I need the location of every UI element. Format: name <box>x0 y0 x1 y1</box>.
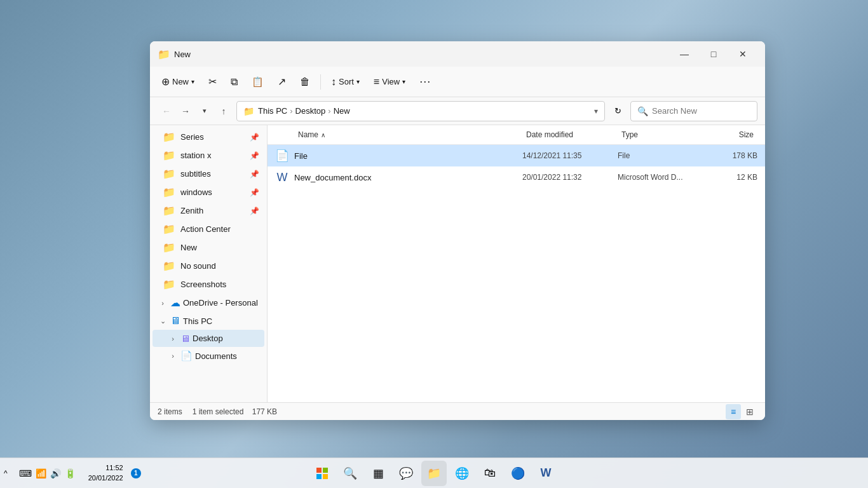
taskbar-chrome-button[interactable]: 🔵 <box>505 461 531 486</box>
back-button[interactable]: ← <box>158 102 175 120</box>
toolbar-separator-1 <box>320 74 321 90</box>
cut-icon: ✂ <box>208 76 217 88</box>
search-box[interactable]: 🔍 <box>630 101 757 121</box>
taskbar: 🔍 ▦ 💬 📁 🌐 🛍 🔵 W <box>0 458 868 488</box>
column-date[interactable]: Date modified <box>522 128 618 142</box>
svg-rect-3 <box>323 474 328 479</box>
sidebar-label-no-sound: No sound <box>180 261 216 271</box>
view-dropdown-icon: ▾ <box>402 78 405 85</box>
view-button[interactable]: ≡ View ▾ <box>367 72 412 92</box>
taskbar-right: ^ ⌨ 📶 🔊 🔋 11:52 20/01/2022 1 <box>0 461 141 485</box>
close-button[interactable]: ✕ <box>728 44 757 64</box>
more-button[interactable]: ··· <box>413 71 437 92</box>
column-size[interactable]: Size <box>707 128 757 142</box>
grid-view-toggle[interactable]: ⊞ <box>742 404 757 419</box>
delete-icon: 🗑 <box>300 76 310 88</box>
sidebar-item-series[interactable]: 📁 Series 📌 <box>153 128 264 146</box>
notification-button[interactable]: 1 <box>131 468 141 478</box>
word-icon: W <box>541 466 552 480</box>
file-size-2: 12 KB <box>707 173 757 182</box>
column-type[interactable]: Type <box>618 128 707 142</box>
sidebar-item-screenshots[interactable]: 📁 Screenshots <box>153 275 264 294</box>
search-input[interactable] <box>652 106 750 116</box>
sidebar-item-onedrive[interactable]: › ☁ OneDrive - Personal <box>153 294 264 312</box>
forward-button[interactable]: → <box>177 102 194 120</box>
tray-expand-button[interactable]: ^ <box>0 466 11 480</box>
sidebar-item-stationx[interactable]: 📁 station x 📌 <box>153 146 264 165</box>
taskbar-chat-button[interactable]: 💬 <box>393 461 419 486</box>
chevron-right-icon: › <box>158 299 168 307</box>
store-icon: 🛍 <box>484 466 496 480</box>
sidebar-item-documents[interactable]: › 📄 Documents <box>153 347 264 365</box>
sidebar-label-windows: windows <box>180 187 212 197</box>
sidebar-item-windows[interactable]: 📁 windows 📌 <box>153 183 264 201</box>
file-row-1[interactable]: 📄 File 14/12/2021 11:35 File 178 KB <box>268 145 765 166</box>
list-view-toggle[interactable]: ≡ <box>726 404 741 419</box>
pin-icon: 📌 <box>250 207 259 215</box>
paste-button[interactable]: 📋 <box>245 72 270 92</box>
taskbar-edge-button[interactable]: 🌐 <box>449 461 475 486</box>
path-parts: This PC › Desktop › New <box>258 106 350 116</box>
pin-icon: 📌 <box>250 188 259 197</box>
explorer-icon: 📁 <box>427 466 441 480</box>
pin-icon: 📌 <box>250 170 259 179</box>
new-button[interactable]: ⊕ New ▾ <box>155 72 201 92</box>
search-icon: 🔍 <box>343 466 357 480</box>
taskbar-store-button[interactable]: 🛍 <box>477 461 503 486</box>
file-explorer-window: 📁 New — □ ✕ ⊕ New ▾ ✂ ⧉ 📋 <box>150 41 765 420</box>
taskbar-start-button[interactable] <box>309 461 335 486</box>
taskbar-word-button[interactable]: W <box>533 461 559 486</box>
thispc-icon: 🖥 <box>170 315 180 327</box>
file-row-2[interactable]: W New_document.docx 20/01/2022 11:32 Mic… <box>268 166 765 188</box>
folder-icon: 📁 <box>163 149 175 161</box>
taskbar-widgets-button[interactable]: ▦ <box>365 461 391 486</box>
minimize-button[interactable]: — <box>670 44 699 64</box>
edge-icon: 🌐 <box>455 466 469 480</box>
status-bar: 2 items 1 item selected 177 KB ≡ ⊞ <box>150 402 765 420</box>
taskbar-explorer-button[interactable]: 📁 <box>421 461 447 486</box>
column-name[interactable]: Name ∧ <box>294 128 522 142</box>
chat-icon: 💬 <box>399 466 413 480</box>
taskbar-sys-tray[interactable]: ⌨ 📶 🔊 🔋 <box>14 466 81 481</box>
file-list-header: Name ∧ Date modified Type Size <box>268 125 765 145</box>
recent-button[interactable]: ▾ <box>196 102 214 120</box>
view-label: View <box>382 77 400 86</box>
taskbar-date-display: 20/01/2022 <box>88 473 123 483</box>
taskbar-clock[interactable]: 11:52 20/01/2022 <box>83 461 128 485</box>
cut-button[interactable]: ✂ <box>202 72 223 92</box>
sidebar-item-desktop[interactable]: › 🖥 Desktop <box>153 330 264 347</box>
folder-icon: 📁 <box>163 131 175 143</box>
file-name-2: New_document.docx <box>294 173 522 182</box>
copy-button[interactable]: ⧉ <box>224 72 244 92</box>
sidebar-item-no-sound[interactable]: 📁 No sound <box>153 257 264 275</box>
sidebar-item-subtitles[interactable]: 📁 subtitles 📌 <box>153 165 264 183</box>
battery-icon: 🔋 <box>65 468 76 478</box>
maximize-button[interactable]: □ <box>699 44 728 64</box>
file-date-1: 14/12/2021 11:35 <box>522 151 618 160</box>
sidebar-label-onedrive: OneDrive - Personal <box>183 298 258 308</box>
delete-button[interactable]: 🗑 <box>294 72 316 92</box>
pin-icon: 📌 <box>250 151 259 160</box>
window-folder-icon: 📁 <box>158 48 169 60</box>
sort-button[interactable]: ↕ Sort ▾ <box>325 72 366 92</box>
sidebar-item-this-pc[interactable]: ⌄ 🖥 This PC <box>153 312 264 330</box>
svg-rect-0 <box>316 468 322 473</box>
path-dropdown-icon[interactable]: ▾ <box>594 107 598 116</box>
address-path[interactable]: 📁 This PC › Desktop › New ▾ <box>236 101 605 121</box>
taskbar-search-button[interactable]: 🔍 <box>337 461 363 486</box>
sidebar-item-action-center[interactable]: 📁 Action Center <box>153 220 264 238</box>
widgets-icon: ▦ <box>373 466 384 480</box>
sidebar-label-screenshots: Screenshots <box>180 280 226 289</box>
chrome-icon: 🔵 <box>511 466 525 480</box>
sidebar-item-new[interactable]: 📁 New <box>153 238 264 257</box>
path-sep-1: › <box>290 106 292 116</box>
file-list: Name ∧ Date modified Type Size 📄 <box>268 125 765 402</box>
folder-icon: 📁 <box>163 278 175 290</box>
status-left: 2 items 1 item selected 177 KB <box>158 407 277 416</box>
share-button[interactable]: ↗ <box>271 72 292 92</box>
refresh-button[interactable]: ↻ <box>609 102 627 120</box>
items-count: 2 items <box>158 407 182 416</box>
sidebar-label-action-center: Action Center <box>180 224 231 234</box>
up-button[interactable]: ↑ <box>215 102 233 120</box>
sidebar-item-zenith[interactable]: 📁 Zenith 📌 <box>153 201 264 220</box>
